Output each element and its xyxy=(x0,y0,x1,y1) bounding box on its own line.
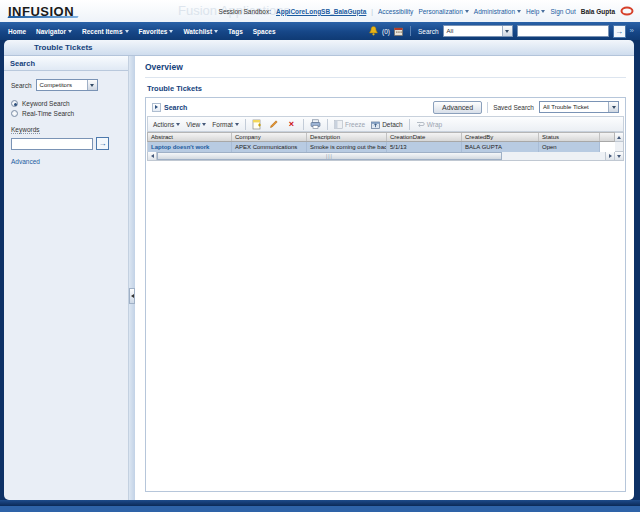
notifications-bell-icon[interactable] xyxy=(369,26,378,36)
wrap-button[interactable]: Wrap xyxy=(416,120,442,129)
global-search-input[interactable] xyxy=(517,25,609,37)
radio-realtime-search[interactable]: Real-Time Search xyxy=(11,110,121,117)
divider xyxy=(245,119,246,130)
chevron-down-icon xyxy=(214,30,218,33)
page-title-bar: Trouble Tickets xyxy=(4,40,634,56)
empty-table-area xyxy=(146,161,625,491)
session-sandbox-link[interactable]: ApplCoreLongSB_BalaGupta xyxy=(276,8,366,15)
trouble-tickets-table: Abstract Company Description CreationDat… xyxy=(147,132,624,161)
scrollbar-track[interactable]: ||| xyxy=(157,152,605,160)
cell-creationdate: 5/1/13 xyxy=(387,142,462,152)
nav-recent-items[interactable]: Recent Items xyxy=(82,28,128,35)
scroll-up-arrow[interactable] xyxy=(615,133,623,142)
freeze-button[interactable]: Freeze xyxy=(334,120,365,129)
divider xyxy=(487,102,488,113)
table-header-row: Abstract Company Description CreationDat… xyxy=(147,132,615,142)
vertical-scrollbar[interactable] xyxy=(615,132,624,161)
oracle-logo-icon xyxy=(620,6,634,16)
calendar-icon[interactable] xyxy=(394,27,403,36)
edit-pencil-icon[interactable] xyxy=(269,119,280,130)
view-menu[interactable]: View xyxy=(186,121,206,128)
nav-favorites[interactable]: Favorites xyxy=(139,28,174,35)
scroll-left-arrow[interactable] xyxy=(148,152,157,160)
nav-spaces[interactable]: Spaces xyxy=(253,28,276,35)
delete-icon[interactable]: × xyxy=(286,119,297,130)
column-header-company[interactable]: Company xyxy=(232,133,307,141)
administration-menu[interactable]: Administration xyxy=(474,8,521,15)
nav-tags[interactable]: Tags xyxy=(228,28,243,35)
personalization-menu[interactable]: Personalization xyxy=(418,8,468,15)
chevron-down-icon xyxy=(235,123,239,126)
chevron-down-icon xyxy=(517,10,521,13)
column-header-status[interactable]: Status xyxy=(539,133,600,141)
divider: | xyxy=(371,8,373,15)
overview-panel: Overview Trouble Tickets Search Advanced… xyxy=(135,56,634,500)
content-frame: Trouble Tickets Search Search Competitor… xyxy=(0,40,640,500)
detach-icon xyxy=(371,120,380,129)
detach-button[interactable]: Detach xyxy=(371,120,403,129)
chevron-down-icon xyxy=(68,30,72,33)
session-sandbox-label: Session Sandbox: xyxy=(219,8,271,15)
dropdown-button[interactable] xyxy=(87,80,97,90)
actions-menu[interactable]: Actions xyxy=(153,121,180,128)
keywords-input[interactable] xyxy=(11,138,93,150)
accessibility-link[interactable]: Accessibility xyxy=(378,8,413,15)
nav-home[interactable]: Home xyxy=(8,28,26,35)
column-header-abstract[interactable]: Abstract xyxy=(148,133,232,141)
cell-status: Open xyxy=(539,142,600,152)
nav-watchlist[interactable]: Watchlist xyxy=(183,28,218,35)
table-row[interactable]: Laptop doesn't work APEX Communications … xyxy=(147,142,615,152)
advanced-search-button[interactable]: Advanced xyxy=(433,101,482,114)
scrollbar-thumb[interactable]: ||| xyxy=(157,152,502,160)
keywords-label: Keywords xyxy=(11,126,40,134)
radio-label: Real-Time Search xyxy=(22,110,74,117)
trouble-tickets-section-title: Trouble Tickets xyxy=(147,84,626,93)
print-icon[interactable] xyxy=(310,119,321,130)
divider xyxy=(410,26,411,36)
search-options-icon[interactable]: » xyxy=(630,25,634,37)
scroll-right-arrow[interactable] xyxy=(605,152,614,160)
chevron-down-icon xyxy=(90,84,94,87)
help-menu[interactable]: Help xyxy=(526,8,545,15)
wrap-icon xyxy=(416,120,425,129)
search-disclosure-toggle[interactable]: Search xyxy=(152,103,187,112)
keywords-go-button[interactable]: → xyxy=(96,137,109,150)
column-header-filler xyxy=(600,133,614,141)
dropdown-button[interactable] xyxy=(502,26,512,36)
format-menu[interactable]: Format xyxy=(212,121,239,128)
chevron-down-icon xyxy=(612,106,616,109)
panel-splitter[interactable] xyxy=(129,56,135,500)
nav-navigator[interactable]: Navigator xyxy=(36,28,72,35)
sidebar-search-label: Search xyxy=(11,82,32,89)
sidebar-header: Search xyxy=(4,56,128,71)
table-toolbar: Actions View Format × xyxy=(147,116,624,132)
sidebar-advanced-link[interactable]: Advanced xyxy=(11,158,40,165)
search-sidebar: Search Search Competitors Keyword Search xyxy=(4,56,129,500)
divider xyxy=(303,119,304,130)
chevron-down-icon xyxy=(125,30,129,33)
global-search-scope-select[interactable]: All xyxy=(443,25,513,37)
dropdown-button[interactable] xyxy=(608,102,618,112)
sidebar-search-select[interactable]: Competitors xyxy=(36,79,98,91)
create-icon[interactable] xyxy=(252,119,263,130)
sign-out-link[interactable]: Sign Out xyxy=(550,8,575,15)
column-header-createdby[interactable]: CreatedBy xyxy=(462,133,539,141)
column-header-creationdate[interactable]: CreationDate xyxy=(387,133,462,141)
infusion-logo: INFUSION xyxy=(8,4,74,19)
global-search-go-button[interactable]: → xyxy=(613,25,626,38)
global-search-label: Search xyxy=(418,28,439,35)
column-header-description[interactable]: Description xyxy=(307,133,387,141)
cell-abstract-link[interactable]: Laptop doesn't work xyxy=(148,142,232,152)
splitter-collapse-handle[interactable] xyxy=(129,288,135,304)
sidebar-title: Search xyxy=(10,59,35,68)
radio-label: Keyword Search xyxy=(22,100,70,107)
horizontal-scrollbar[interactable]: ||| xyxy=(147,152,615,161)
chevron-down-icon xyxy=(176,123,180,126)
chevron-down-icon xyxy=(505,30,509,33)
expand-icon xyxy=(152,103,161,112)
scroll-down-arrow[interactable] xyxy=(615,151,623,160)
radio-button-icon xyxy=(11,110,18,117)
saved-search-select[interactable]: All Trouble Ticket xyxy=(539,101,619,113)
radio-keyword-search[interactable]: Keyword Search xyxy=(11,100,121,107)
freeze-icon xyxy=(334,120,343,129)
